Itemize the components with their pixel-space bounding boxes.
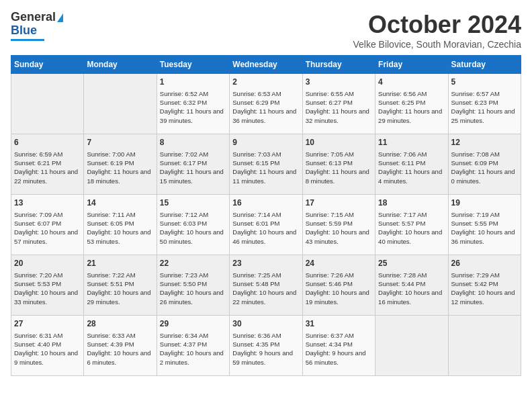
weekday-header: Friday <box>375 56 448 74</box>
calendar-cell: 31Sunrise: 6:37 AM Sunset: 4:34 PM Dayli… <box>302 316 375 376</box>
calendar-week-row: 20Sunrise: 7:20 AM Sunset: 5:53 PM Dayli… <box>11 255 521 316</box>
day-info: Sunrise: 7:15 AM Sunset: 5:59 PM Dayligh… <box>306 210 372 246</box>
day-info: Sunrise: 7:26 AM Sunset: 5:46 PM Dayligh… <box>306 271 372 306</box>
day-number: 11 <box>378 137 445 148</box>
calendar-cell: 4Sunrise: 6:56 AM Sunset: 6:25 PM Daylig… <box>375 74 448 134</box>
calendar-cell: 28Sunrise: 6:33 AM Sunset: 4:39 PM Dayli… <box>84 316 157 376</box>
day-info: Sunrise: 7:29 AM Sunset: 5:42 PM Dayligh… <box>451 271 518 306</box>
day-number: 20 <box>14 258 81 269</box>
weekday-header: Tuesday <box>157 56 229 74</box>
day-number: 24 <box>306 258 372 269</box>
day-info: Sunrise: 6:31 AM Sunset: 4:40 PM Dayligh… <box>14 331 81 367</box>
calendar-cell: 3Sunrise: 6:55 AM Sunset: 6:27 PM Daylig… <box>302 74 375 134</box>
day-number: 22 <box>160 258 226 269</box>
calendar-week-row: 27Sunrise: 6:31 AM Sunset: 4:40 PM Dayli… <box>11 316 521 376</box>
title-block: October 2024 Velke Bilovice, South Morav… <box>353 11 521 50</box>
day-number: 23 <box>232 258 299 269</box>
day-number: 28 <box>87 318 153 330</box>
day-info: Sunrise: 6:52 AM Sunset: 6:32 PM Dayligh… <box>160 89 226 125</box>
day-number: 7 <box>87 137 153 148</box>
weekday-header: Monday <box>84 56 157 74</box>
day-info: Sunrise: 7:00 AM Sunset: 6:19 PM Dayligh… <box>87 150 153 185</box>
logo: General Blue <box>11 11 63 41</box>
calendar-cell: 2Sunrise: 6:53 AM Sunset: 6:29 PM Daylig… <box>230 74 302 134</box>
day-number: 6 <box>14 137 81 148</box>
month-title: October 2024 <box>353 11 521 39</box>
day-info: Sunrise: 6:33 AM Sunset: 4:39 PM Dayligh… <box>87 331 153 367</box>
weekday-header: Thursday <box>302 56 375 74</box>
day-number: 3 <box>306 77 372 88</box>
logo-text2: Blue <box>11 24 37 38</box>
day-info: Sunrise: 7:22 AM Sunset: 5:51 PM Dayligh… <box>87 271 153 306</box>
calendar-week-row: 13Sunrise: 7:09 AM Sunset: 6:07 PM Dayli… <box>11 195 521 255</box>
day-number: 14 <box>87 197 153 209</box>
day-number: 25 <box>378 258 445 269</box>
weekday-header: Wednesday <box>230 56 302 74</box>
day-number: 12 <box>451 137 518 148</box>
day-number: 15 <box>160 197 226 209</box>
day-info: Sunrise: 7:06 AM Sunset: 6:11 PM Dayligh… <box>378 150 445 185</box>
day-info: Sunrise: 7:03 AM Sunset: 6:15 PM Dayligh… <box>232 150 299 185</box>
logo-underline <box>11 39 44 41</box>
calendar-cell: 25Sunrise: 7:28 AM Sunset: 5:44 PM Dayli… <box>375 255 448 316</box>
day-number: 30 <box>232 318 299 330</box>
day-info: Sunrise: 6:36 AM Sunset: 4:35 PM Dayligh… <box>232 331 299 367</box>
weekday-header: Saturday <box>448 56 521 74</box>
calendar-cell: 23Sunrise: 7:25 AM Sunset: 5:48 PM Dayli… <box>230 255 302 316</box>
calendar-cell: 10Sunrise: 7:05 AM Sunset: 6:13 PM Dayli… <box>302 134 375 195</box>
day-number: 13 <box>14 197 81 209</box>
day-number: 8 <box>160 137 226 148</box>
calendar-cell: 16Sunrise: 7:14 AM Sunset: 6:01 PM Dayli… <box>230 195 302 255</box>
day-info: Sunrise: 6:59 AM Sunset: 6:21 PM Dayligh… <box>14 150 81 185</box>
day-info: Sunrise: 7:08 AM Sunset: 6:09 PM Dayligh… <box>451 150 518 185</box>
calendar-cell: 1Sunrise: 6:52 AM Sunset: 6:32 PM Daylig… <box>157 74 229 134</box>
day-info: Sunrise: 7:11 AM Sunset: 6:05 PM Dayligh… <box>87 210 153 246</box>
calendar-header-row: SundayMondayTuesdayWednesdayThursdayFrid… <box>11 56 521 74</box>
day-number: 21 <box>87 258 153 269</box>
calendar-cell <box>11 74 84 134</box>
calendar-cell: 7Sunrise: 7:00 AM Sunset: 6:19 PM Daylig… <box>84 134 157 195</box>
calendar-cell: 22Sunrise: 7:23 AM Sunset: 5:50 PM Dayli… <box>157 255 229 316</box>
calendar-cell: 24Sunrise: 7:26 AM Sunset: 5:46 PM Dayli… <box>302 255 375 316</box>
calendar-cell: 5Sunrise: 6:57 AM Sunset: 6:23 PM Daylig… <box>448 74 521 134</box>
calendar-table: SundayMondayTuesdayWednesdayThursdayFrid… <box>11 55 521 376</box>
calendar-cell: 19Sunrise: 7:19 AM Sunset: 5:55 PM Dayli… <box>448 195 521 255</box>
day-info: Sunrise: 7:12 AM Sunset: 6:03 PM Dayligh… <box>160 210 226 246</box>
day-info: Sunrise: 7:20 AM Sunset: 5:53 PM Dayligh… <box>14 271 81 306</box>
calendar-cell <box>448 316 521 376</box>
day-info: Sunrise: 7:23 AM Sunset: 5:50 PM Dayligh… <box>160 271 226 306</box>
day-number: 27 <box>14 318 81 330</box>
calendar-week-row: 1Sunrise: 6:52 AM Sunset: 6:32 PM Daylig… <box>11 74 521 134</box>
day-info: Sunrise: 7:25 AM Sunset: 5:48 PM Dayligh… <box>232 271 299 306</box>
calendar-cell: 27Sunrise: 6:31 AM Sunset: 4:40 PM Dayli… <box>11 316 84 376</box>
day-number: 31 <box>306 318 372 330</box>
calendar-cell: 9Sunrise: 7:03 AM Sunset: 6:15 PM Daylig… <box>230 134 302 195</box>
calendar-cell: 11Sunrise: 7:06 AM Sunset: 6:11 PM Dayli… <box>375 134 448 195</box>
calendar-cell: 14Sunrise: 7:11 AM Sunset: 6:05 PM Dayli… <box>84 195 157 255</box>
day-info: Sunrise: 7:19 AM Sunset: 5:55 PM Dayligh… <box>451 210 518 246</box>
calendar-cell: 18Sunrise: 7:17 AM Sunset: 5:57 PM Dayli… <box>375 195 448 255</box>
day-info: Sunrise: 7:02 AM Sunset: 6:17 PM Dayligh… <box>160 150 226 185</box>
day-info: Sunrise: 6:53 AM Sunset: 6:29 PM Dayligh… <box>232 89 299 125</box>
calendar-cell <box>375 316 448 376</box>
day-number: 4 <box>378 77 445 88</box>
day-number: 1 <box>160 77 226 88</box>
calendar-cell: 29Sunrise: 6:34 AM Sunset: 4:37 PM Dayli… <box>157 316 229 376</box>
calendar-cell <box>84 74 157 134</box>
calendar-cell: 12Sunrise: 7:08 AM Sunset: 6:09 PM Dayli… <box>448 134 521 195</box>
calendar-cell: 13Sunrise: 7:09 AM Sunset: 6:07 PM Dayli… <box>11 195 84 255</box>
day-number: 9 <box>232 137 299 148</box>
day-info: Sunrise: 6:56 AM Sunset: 6:25 PM Dayligh… <box>378 89 445 125</box>
day-info: Sunrise: 6:55 AM Sunset: 6:27 PM Dayligh… <box>306 89 372 125</box>
day-number: 26 <box>451 258 518 269</box>
day-number: 10 <box>306 137 372 148</box>
calendar-cell: 30Sunrise: 6:36 AM Sunset: 4:35 PM Dayli… <box>230 316 302 376</box>
calendar-cell: 26Sunrise: 7:29 AM Sunset: 5:42 PM Dayli… <box>448 255 521 316</box>
logo-text: General <box>11 11 63 24</box>
calendar-week-row: 6Sunrise: 6:59 AM Sunset: 6:21 PM Daylig… <box>11 134 521 195</box>
day-info: Sunrise: 6:57 AM Sunset: 6:23 PM Dayligh… <box>451 89 518 125</box>
day-info: Sunrise: 7:28 AM Sunset: 5:44 PM Dayligh… <box>378 271 445 306</box>
day-number: 17 <box>306 197 372 209</box>
day-number: 19 <box>451 197 518 209</box>
day-number: 5 <box>451 77 518 88</box>
